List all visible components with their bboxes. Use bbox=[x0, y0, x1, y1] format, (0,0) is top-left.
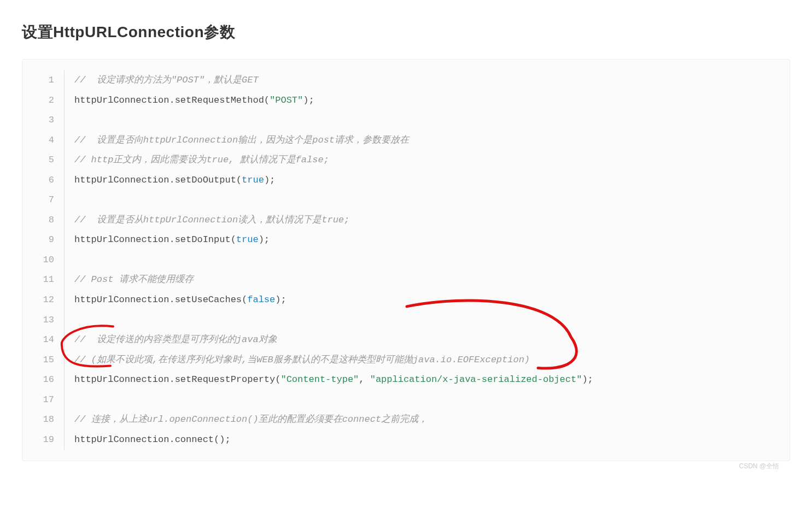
code-block: 1// 设定请求的方法为"POST"，默认是GET2httpUrlConnect… bbox=[22, 59, 790, 461]
code-content: httpUrlConnection.connect(); bbox=[65, 430, 231, 450]
line-number: 13 bbox=[28, 310, 65, 331]
code-line: 16httpUrlConnection.setRequestProperty("… bbox=[28, 370, 784, 390]
code-line: 7 bbox=[28, 190, 784, 210]
line-number: 18 bbox=[28, 410, 65, 430]
line-number: 11 bbox=[28, 270, 65, 290]
code-line: 3 bbox=[28, 110, 784, 131]
line-number: 10 bbox=[28, 250, 65, 270]
code-line: 9httpUrlConnection.setDoInput(true); bbox=[28, 230, 784, 250]
code-content: // 设置是否从httpUrlConnection读入，默认情况下是true; bbox=[65, 210, 349, 231]
line-number: 2 bbox=[28, 91, 65, 111]
code-content: httpUrlConnection.setRequestMethod("POST… bbox=[65, 91, 314, 111]
code-line: 13 bbox=[28, 310, 784, 331]
line-number: 14 bbox=[28, 330, 65, 350]
line-number: 5 bbox=[28, 150, 65, 170]
code-line: 12httpUrlConnection.setUseCaches(false); bbox=[28, 290, 784, 310]
line-number: 12 bbox=[28, 290, 65, 310]
code-line: 14// 设定传送的内容类型是可序列化的java对象 bbox=[28, 330, 784, 350]
line-number: 7 bbox=[28, 190, 65, 210]
code-line: 11// Post 请求不能使用缓存 bbox=[28, 270, 784, 290]
line-number: 16 bbox=[28, 370, 65, 390]
code-content: // 设定请求的方法为"POST"，默认是GET bbox=[65, 70, 259, 91]
line-number: 4 bbox=[28, 131, 65, 151]
code-line: 8// 设置是否从httpUrlConnection读入，默认情况下是true; bbox=[28, 210, 784, 231]
code-line: 17 bbox=[28, 390, 784, 410]
line-number: 6 bbox=[28, 170, 65, 191]
line-number: 19 bbox=[28, 430, 65, 450]
code-line: 6httpUrlConnection.setDoOutput(true); bbox=[28, 170, 784, 191]
code-content: httpUrlConnection.setUseCaches(false); bbox=[65, 290, 287, 310]
code-content: // (如果不设此项,在传送序列化对象时,当WEB服务默认的不是这种类型时可能抛… bbox=[65, 350, 530, 370]
watermark: CSDN @全悟 bbox=[739, 462, 779, 471]
code-content: // 连接，从上述url.openConnection()至此的配置必须要在co… bbox=[65, 410, 428, 430]
code-line: 19httpUrlConnection.connect(); bbox=[28, 430, 784, 450]
line-number: 1 bbox=[28, 70, 65, 91]
code-content: httpUrlConnection.setDoInput(true); bbox=[65, 230, 270, 250]
code-content: // http正文内，因此需要设为true, 默认情况下是false; bbox=[65, 150, 329, 170]
code-content: httpUrlConnection.setRequestProperty("Co… bbox=[65, 370, 593, 390]
code-content: // 设置是否向httpUrlConnection输出，因为这个是post请求，… bbox=[65, 131, 409, 151]
code-content: // Post 请求不能使用缓存 bbox=[65, 270, 194, 290]
code-line: 2httpUrlConnection.setRequestMethod("POS… bbox=[28, 91, 784, 111]
code-content: httpUrlConnection.setDoOutput(true); bbox=[65, 170, 275, 191]
code-line: 1// 设定请求的方法为"POST"，默认是GET bbox=[28, 70, 784, 91]
line-number: 8 bbox=[28, 210, 65, 231]
line-number: 17 bbox=[28, 390, 65, 410]
line-number: 3 bbox=[28, 110, 65, 131]
code-line: 5// http正文内，因此需要设为true, 默认情况下是false; bbox=[28, 150, 784, 170]
code-line: 4// 设置是否向httpUrlConnection输出，因为这个是post请求… bbox=[28, 131, 784, 151]
line-number: 9 bbox=[28, 230, 65, 250]
code-line: 10 bbox=[28, 250, 784, 270]
line-number: 15 bbox=[28, 350, 65, 370]
section-title: 设置HttpURLConnection参数 bbox=[22, 22, 790, 43]
code-content: // 设定传送的内容类型是可序列化的java对象 bbox=[65, 330, 277, 350]
code-line: 18// 连接，从上述url.openConnection()至此的配置必须要在… bbox=[28, 410, 784, 430]
code-line: 15// (如果不设此项,在传送序列化对象时,当WEB服务默认的不是这种类型时可… bbox=[28, 350, 784, 370]
